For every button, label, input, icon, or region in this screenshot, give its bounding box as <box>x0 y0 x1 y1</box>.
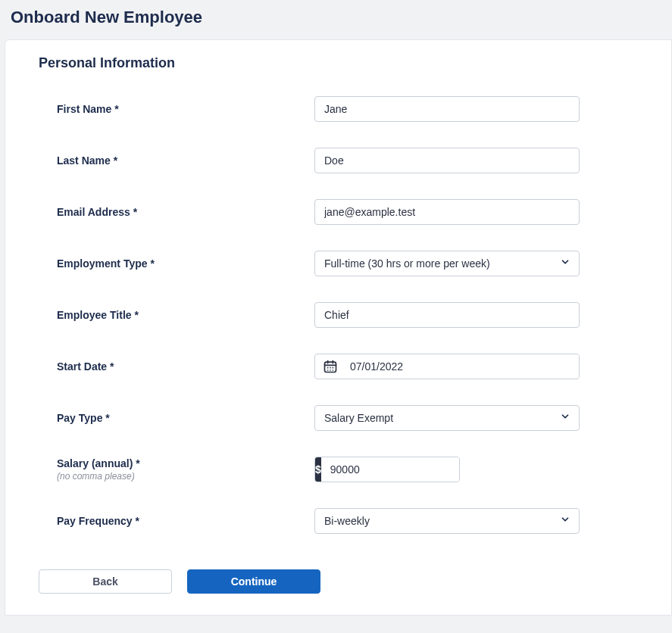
row-start-date: Start Date * <box>57 341 638 392</box>
form-actions: Back Continue <box>5 547 671 594</box>
hint-salary: (no comma please) <box>57 471 314 482</box>
label-first-name: First Name * <box>57 103 314 115</box>
section-title: Personal Information <box>5 55 671 83</box>
row-pay-frequency: Pay Frequency * Bi-weekly <box>57 495 638 547</box>
employee-title-input[interactable] <box>314 302 580 328</box>
last-name-input[interactable] <box>314 148 580 173</box>
employment-type-select[interactable]: Full-time (30 hrs or more per week) <box>314 251 580 276</box>
label-start-date: Start Date * <box>57 360 314 373</box>
start-date-input[interactable] <box>345 355 579 378</box>
row-salary: Salary (annual) * (no comma please) $ <box>57 444 638 495</box>
label-pay-frequency: Pay Frequency * <box>57 515 314 527</box>
label-pay-type: Pay Type * <box>57 412 314 424</box>
back-button[interactable]: Back <box>39 569 172 594</box>
continue-button[interactable]: Continue <box>187 569 320 594</box>
calendar-icon <box>315 359 345 374</box>
page-title: Onboard New Employee <box>0 0 672 35</box>
row-first-name: First Name * <box>57 83 638 135</box>
label-employee-title: Employee Title * <box>57 309 314 321</box>
row-employment-type: Employment Type * Full-time (30 hrs or m… <box>57 238 638 289</box>
email-input[interactable] <box>314 199 580 225</box>
salary-field: $ <box>314 457 460 482</box>
pay-type-select[interactable]: Salary Exempt <box>314 405 580 431</box>
label-email: Email Address * <box>57 206 314 218</box>
start-date-field[interactable] <box>314 354 580 379</box>
label-last-name: Last Name * <box>57 154 314 167</box>
form-card: Personal Information First Name * Last N… <box>5 39 672 616</box>
salary-input[interactable] <box>321 457 460 482</box>
label-salary: Salary (annual) * <box>57 457 314 469</box>
dollar-prefix: $ <box>315 457 321 482</box>
row-employee-title: Employee Title * <box>57 289 638 341</box>
personal-info-form: First Name * Last Name * Email Address * <box>5 83 671 547</box>
first-name-input[interactable] <box>314 96 580 122</box>
row-email: Email Address * <box>57 186 638 238</box>
label-employment-type: Employment Type * <box>57 257 314 270</box>
row-pay-type: Pay Type * Salary Exempt <box>57 392 638 444</box>
row-last-name: Last Name * <box>57 135 638 186</box>
pay-frequency-select[interactable]: Bi-weekly <box>314 508 580 534</box>
